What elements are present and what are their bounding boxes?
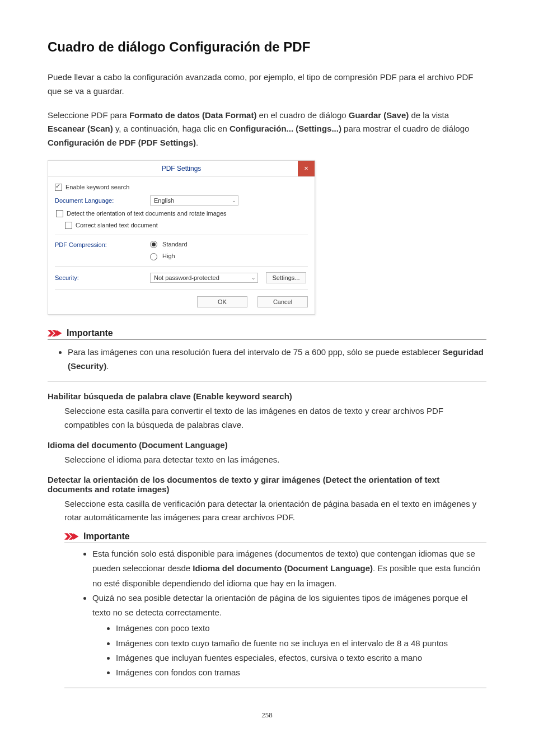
dialog-titlebar: PDF Settings × — [48, 161, 315, 177]
def-term-detect-orientation: Detectar la orientación de los documento… — [48, 475, 486, 494]
list-item: Imágenes con fondos con tramas — [116, 665, 486, 680]
document-language-label: Document Language: — [55, 197, 150, 204]
chevron-down-icon: ⌄ — [251, 275, 256, 281]
pdf-compression-row: PDF Compression: Standard — [55, 239, 308, 251]
list-item: Para las imágenes con una resolución fue… — [68, 346, 486, 374]
svg-marker-5 — [73, 534, 79, 540]
divider — [55, 289, 308, 290]
important-heading: Importante — [64, 531, 486, 543]
detect-orientation-checkbox[interactable] — [56, 210, 63, 217]
list-item: Quizá no sea posible detectar la orienta… — [92, 591, 486, 680]
compression-high-label: High — [162, 253, 175, 259]
chevron-down-icon: ⌄ — [232, 198, 236, 203]
compression-high-radio[interactable] — [150, 253, 157, 260]
important-heading: Importante — [48, 328, 486, 340]
arrows-icon — [64, 531, 83, 542]
page-number: 258 — [48, 711, 486, 720]
important-label: Importante — [67, 328, 113, 338]
divider — [55, 266, 308, 267]
enable-keyword-search-checkbox[interactable] — [55, 184, 62, 191]
def-desc-doc-language: Seleccione el idioma para detectar texto… — [64, 453, 486, 467]
dialog-title-text: PDF Settings — [162, 165, 202, 172]
ok-button[interactable]: OK — [197, 296, 247, 307]
list-item: Imágenes que incluyan fuentes especiales… — [116, 651, 486, 665]
important-label: Importante — [83, 531, 130, 542]
page-title: Cuadro de diálogo Configuración de PDF — [48, 39, 486, 55]
intro-paragraph-1: Puede llevar a cabo la configuración ava… — [48, 71, 486, 99]
def-desc-enable-keyword: Seleccione esta casilla para convertir e… — [64, 404, 486, 432]
detect-orientation-row: Detect the orientation of text documents… — [55, 208, 308, 220]
list-item: Esta función solo está disponible para i… — [92, 547, 486, 591]
security-label: Security: — [55, 274, 150, 281]
pdf-compression-high-row: High — [55, 250, 308, 263]
document-language-select[interactable]: English ⌄ — [150, 195, 238, 206]
pdf-settings-dialog: PDF Settings × Enable keyword search Doc… — [48, 160, 315, 315]
detect-orientation-label: Detect the orientation of text documents… — [67, 210, 227, 217]
cancel-button[interactable]: Cancel — [257, 296, 308, 307]
correct-slanted-label: Correct slanted text document — [76, 222, 158, 228]
document-language-row: Document Language: English ⌄ — [55, 193, 308, 208]
intro-paragraph-2: Seleccione PDF para Formato de datos (Da… — [48, 109, 486, 150]
security-settings-button[interactable]: Settings... — [266, 272, 306, 283]
svg-marker-2 — [57, 330, 62, 336]
arrows-icon — [48, 328, 67, 338]
close-icon[interactable]: × — [298, 161, 315, 176]
security-select[interactable]: Not password-protected ⌄ — [150, 273, 258, 283]
def-term-enable-keyword: Habilitar búsqueda de palabra clave (Ena… — [48, 391, 486, 401]
correct-slanted-checkbox[interactable] — [65, 222, 72, 229]
security-row: Security: Not password-protected ⌄ Setti… — [55, 270, 308, 286]
enable-keyword-search-row: Enable keyword search — [55, 181, 308, 193]
pdf-compression-label: PDF Compression: — [55, 241, 150, 248]
compression-standard-label: Standard — [162, 241, 188, 248]
correct-slanted-row: Correct slanted text document — [55, 220, 308, 231]
enable-keyword-search-label: Enable keyword search — [65, 184, 129, 190]
list-item: Imágenes con texto cuyo tamaño de fuente… — [116, 636, 486, 651]
list-item: Imágenes con poco texto — [116, 621, 486, 636]
compression-standard-radio[interactable] — [150, 241, 157, 248]
divider — [55, 235, 308, 235]
def-desc-detect-orientation: Seleccione esta casilla de verificación … — [64, 497, 486, 525]
def-term-doc-language: Idioma del documento (Document Language) — [48, 440, 486, 450]
